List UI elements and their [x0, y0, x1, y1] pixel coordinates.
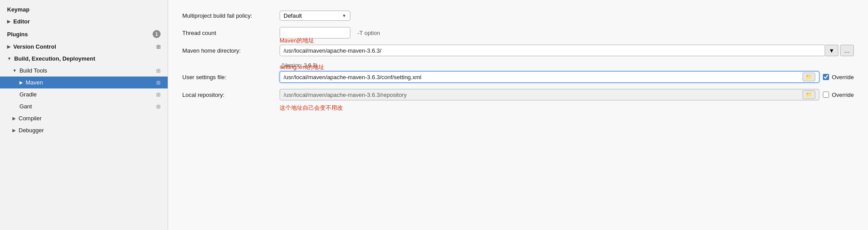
sidebar-item-label: Maven: [26, 79, 43, 86]
sidebar-item-version-control[interactable]: ▶ Version Control ⊞: [0, 41, 168, 53]
external-link-icon: ⊞: [156, 92, 161, 98]
settings-sidebar: Keymap ▶ Editor Plugins 1 ▶ Version Cont…: [0, 0, 168, 230]
maven-home-browse-btn[interactable]: …: [840, 45, 854, 56]
settings-override-group: Override: [823, 74, 854, 80]
sidebar-item-label: Debugger: [19, 127, 44, 134]
sidebar-item-label: Editor: [13, 18, 30, 25]
multiproject-dropdown[interactable]: Default ▼: [280, 11, 350, 21]
maven-home-label: Maven home directory:: [182, 47, 280, 54]
multiproject-control-group: Default ▼: [280, 11, 854, 21]
sidebar-item-build-tools[interactable]: ▼ Build Tools ⊞: [0, 65, 168, 77]
chevron-right-icon: ▶: [12, 116, 16, 121]
thread-count-input[interactable]: [280, 27, 350, 38]
local-repo-override-group: Override: [823, 92, 854, 98]
sidebar-item-debugger[interactable]: ▶ Debugger: [0, 124, 168, 136]
sidebar-item-label: Gradle: [19, 91, 37, 98]
sidebar-item-keymap[interactable]: Keymap: [0, 4, 168, 15]
settings-override-label: Override: [832, 74, 854, 80]
local-repo-annotation-row: 这个地址自己会变不用改: [182, 104, 854, 112]
local-repo-control-group: /usr/local/maven/apache-maven-3.6.3/repo…: [280, 89, 854, 100]
local-repo-path-field[interactable]: /usr/local/maven/apache-maven-3.6.3/repo…: [280, 89, 819, 100]
thread-count-side-label: -T option: [357, 30, 380, 36]
sidebar-item-compiler[interactable]: ▶ Compiler: [0, 112, 168, 124]
thread-count-control-group: -T option: [280, 27, 854, 38]
maven-home-dropdown-btn[interactable]: ▼: [825, 45, 838, 56]
sidebar-item-label: Build, Execution, Deployment: [14, 55, 95, 62]
local-repo-row: Local repository: /usr/local/maven/apach…: [182, 89, 854, 100]
sidebar-item-label: Build Tools: [19, 67, 47, 74]
dropdown-arrow-icon: ▼: [342, 13, 346, 18]
sidebar-item-label: Compiler: [19, 115, 42, 122]
settings-file-path-field[interactable]: /usr/local/maven/apache-maven-3.6.3/conf…: [280, 71, 819, 83]
multiproject-label: Multiproject build fail policy:: [182, 12, 280, 19]
external-link-icon: ⊞: [156, 44, 161, 50]
maven-home-value: /usr/local/maven/apache-maven-3.6.3/: [284, 47, 821, 54]
chevron-down-icon: ▼: [7, 56, 12, 61]
maven-home-control-group: /usr/local/maven/apache-maven-3.6.3/ ▼ …: [280, 45, 854, 56]
settings-override-checkbox[interactable]: [823, 74, 829, 80]
local-repo-override-label: Override: [832, 92, 854, 98]
sidebar-item-label: Gant: [19, 103, 32, 110]
local-repo-value: /usr/local/maven/apache-maven-3.6.3/repo…: [284, 92, 801, 98]
sidebar-item-label: Keymap: [7, 6, 30, 13]
plugins-badge: 1: [153, 30, 161, 38]
sidebar-item-maven[interactable]: ▶ Maven ⊞: [0, 77, 168, 88]
sidebar-item-plugins[interactable]: Plugins 1: [0, 27, 168, 41]
settings-file-row: setting.xml的地址 User settings file: /usr/…: [182, 71, 854, 83]
maven-version-row: (Version: 3.6.3): [182, 62, 854, 69]
sidebar-item-label: Plugins: [7, 31, 28, 38]
external-link-icon: ⊞: [156, 80, 161, 86]
chevron-down-icon: ▼: [12, 68, 17, 73]
maven-home-row: Maven的地址 Maven home directory: /usr/loca…: [182, 45, 854, 56]
external-link-icon: ⊞: [156, 104, 161, 110]
multiproject-row: Multiproject build fail policy: Default …: [182, 11, 854, 21]
settings-file-label: User settings file:: [182, 74, 280, 80]
settings-file-control-group: /usr/local/maven/apache-maven-3.6.3/conf…: [280, 71, 854, 83]
sidebar-item-label: Version Control: [13, 43, 56, 50]
local-repo-annotation: 这个地址自己会变不用改: [280, 104, 343, 112]
settings-browse-icon[interactable]: 📁: [803, 73, 815, 81]
local-repo-label: Local repository:: [182, 92, 280, 98]
sidebar-item-gradle[interactable]: Gradle ⊞: [0, 88, 168, 100]
thread-count-label: Thread count: [182, 30, 280, 36]
external-link-icon: ⊞: [156, 68, 161, 74]
maven-version-label: (Version: 3.6.3): [281, 62, 317, 69]
chevron-right-icon: ▶: [7, 44, 11, 49]
chevron-right-icon: ▶: [19, 80, 23, 85]
settings-file-value: /usr/local/maven/apache-maven-3.6.3/conf…: [284, 74, 801, 80]
main-content: Multiproject build fail policy: Default …: [168, 0, 868, 230]
sidebar-item-gant[interactable]: Gant ⊞: [0, 100, 168, 112]
multiproject-value: Default: [284, 12, 302, 19]
thread-count-row: Thread count -T option: [182, 27, 854, 38]
local-repo-override-checkbox[interactable]: [823, 92, 829, 98]
local-repo-browse-icon[interactable]: 📁: [803, 90, 815, 99]
chevron-right-icon: ▶: [7, 19, 11, 24]
sidebar-item-editor[interactable]: ▶ Editor: [0, 15, 168, 27]
maven-home-path-field[interactable]: /usr/local/maven/apache-maven-3.6.3/: [280, 45, 825, 56]
chevron-right-icon: ▶: [12, 128, 16, 133]
sidebar-item-build-execution-deployment[interactable]: ▼ Build, Execution, Deployment: [0, 53, 168, 65]
